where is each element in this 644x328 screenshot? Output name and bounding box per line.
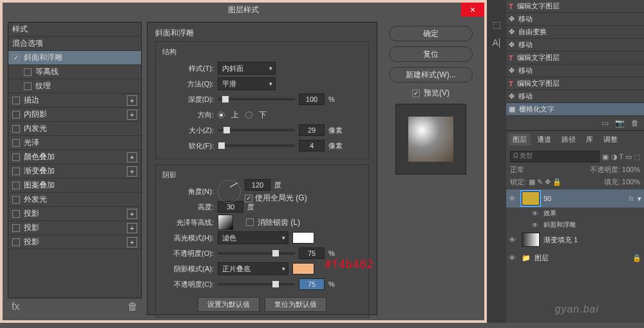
cancel-button[interactable]: 复位: [389, 46, 473, 62]
soften-input[interactable]: [299, 140, 325, 151]
gradient-overlay-item[interactable]: 渐变叠加+: [8, 164, 141, 178]
add-icon[interactable]: +: [127, 237, 137, 247]
new-style-button[interactable]: 新建样式(W)...: [389, 67, 473, 82]
pattern-overlay-item[interactable]: 图案叠加: [8, 178, 141, 193]
inner-shadow-item[interactable]: 内阴影+: [8, 108, 141, 122]
depth-slider[interactable]: [218, 98, 295, 101]
fx-label[interactable]: fx: [12, 301, 19, 313]
inner-glow-item[interactable]: 内发光: [8, 122, 141, 136]
highlight-opacity-slider[interactable]: [218, 252, 295, 255]
drop-shadow-checkbox[interactable]: [12, 210, 20, 218]
satin-item[interactable]: 光泽: [8, 136, 141, 150]
history-row[interactable]: T编辑文字图层: [506, 0, 644, 13]
stroke-item[interactable]: 描边+: [8, 93, 141, 108]
antialias-checkbox[interactable]: [246, 218, 254, 226]
history-row[interactable]: ✥移动: [506, 90, 644, 103]
outer-glow-checkbox[interactable]: [12, 196, 20, 204]
new-doc-icon[interactable]: ▭: [601, 119, 609, 128]
highlight-color-swatch[interactable]: [292, 232, 314, 244]
bevel-checkbox[interactable]: [12, 54, 20, 62]
opacity-label[interactable]: 不透明度: 100%: [590, 165, 640, 175]
fx-badge[interactable]: fx: [629, 195, 634, 202]
camera-icon[interactable]: 📷: [615, 119, 625, 128]
highlight-opacity-input[interactable]: [299, 247, 325, 259]
outer-glow-item[interactable]: 外发光: [8, 193, 141, 207]
gradient-overlay-checkbox[interactable]: [12, 168, 20, 175]
add-icon[interactable]: +: [127, 95, 137, 106]
texture-checkbox[interactable]: [24, 82, 32, 90]
global-light-checkbox[interactable]: [245, 195, 252, 202]
add-icon[interactable]: +: [127, 209, 137, 219]
contour-checkbox[interactable]: [24, 68, 32, 76]
lock-icons[interactable]: ▦ ✎ ✥ 🔒: [529, 178, 562, 186]
tab-channels[interactable]: 通道: [533, 133, 555, 146]
add-icon[interactable]: +: [127, 152, 137, 162]
layer-filter[interactable]: Ω 类型: [510, 151, 600, 162]
add-icon[interactable]: +: [127, 223, 137, 233]
history-row[interactable]: ✥移动: [506, 64, 644, 77]
add-icon[interactable]: +: [127, 110, 137, 120]
shadow-opacity-input[interactable]: [299, 278, 325, 290]
blend-options-item[interactable]: 混合选项: [8, 37, 141, 51]
depth-input[interactable]: [299, 93, 325, 105]
layer-group[interactable]: 👁📁图层🔒: [506, 249, 644, 267]
effects-label[interactable]: 👁效果: [506, 207, 644, 219]
gloss-contour-swatch[interactable]: [218, 215, 233, 230]
visibility-icon[interactable]: 👁: [509, 236, 518, 244]
drop-shadow-checkbox-3[interactable]: [12, 238, 20, 246]
bevel-item[interactable]: 斜面和浮雕: [8, 51, 141, 65]
drop-shadow-item-3[interactable]: 投影+: [8, 235, 141, 249]
shadow-mode-dropdown[interactable]: 正片叠底: [218, 262, 289, 275]
make-default-button[interactable]: 设置为默认值: [198, 297, 260, 312]
history-row[interactable]: T编辑文字图层: [506, 52, 644, 64]
close-button[interactable]: ×: [461, 3, 484, 17]
effect-bevel[interactable]: 👁斜面和浮雕: [506, 219, 644, 231]
ok-button[interactable]: 确定: [389, 26, 473, 41]
satin-checkbox[interactable]: [12, 139, 20, 147]
angle-picker[interactable]: [218, 180, 241, 203]
add-icon[interactable]: +: [127, 166, 137, 177]
technique-dropdown[interactable]: 平滑: [218, 77, 276, 90]
size-input[interactable]: [299, 124, 325, 136]
chevron-down-icon[interactable]: ▾: [638, 195, 641, 203]
history-row[interactable]: ✥移动: [506, 39, 644, 52]
layer-90[interactable]: 👁90fx▾: [506, 189, 644, 207]
pattern-overlay-checkbox[interactable]: [12, 182, 20, 189]
drop-shadow-item-2[interactable]: 投影+: [8, 221, 141, 235]
color-overlay-item[interactable]: 颜色叠加+: [8, 150, 141, 164]
color-overlay-checkbox[interactable]: [12, 153, 20, 161]
3d-icon[interactable]: ⬚: [493, 19, 501, 30]
preview-checkbox[interactable]: [412, 90, 420, 97]
drop-shadow-item[interactable]: 投影+: [8, 207, 141, 221]
direction-up-radio[interactable]: [218, 111, 225, 119]
history-row-selected[interactable]: ▦栅格化文字: [506, 103, 644, 116]
size-slider[interactable]: [218, 129, 295, 131]
tab-paths[interactable]: 路径: [558, 133, 580, 146]
inner-glow-checkbox[interactable]: [12, 125, 20, 133]
fill-label[interactable]: 填充: 100%: [604, 177, 640, 187]
layer-thumb[interactable]: [522, 191, 540, 206]
shadow-color-swatch[interactable]: [292, 263, 314, 275]
visibility-icon[interactable]: 👁: [509, 195, 518, 202]
visibility-icon[interactable]: 👁: [509, 254, 518, 262]
soften-slider[interactable]: [218, 144, 295, 147]
char-panel-icon[interactable]: A|: [493, 37, 501, 48]
trash-icon[interactable]: 🗑: [128, 301, 138, 313]
tab-layers[interactable]: 图层: [509, 133, 531, 146]
angle-input[interactable]: [245, 179, 270, 191]
trash-icon[interactable]: 🗑: [631, 119, 639, 128]
contour-item[interactable]: 等高线: [8, 65, 141, 79]
highlight-mode-dropdown[interactable]: 滤色: [218, 231, 289, 244]
history-row[interactable]: ✥移动: [506, 13, 644, 26]
style-dropdown[interactable]: 内斜面: [218, 62, 276, 75]
layer-gradient-fill[interactable]: 👁渐变填充 1: [506, 231, 644, 249]
layer-thumb[interactable]: [522, 233, 540, 247]
filter-icons[interactable]: ▣ ◑ T ▭ ⬚: [602, 153, 640, 161]
shadow-opacity-slider[interactable]: [218, 283, 295, 285]
blend-mode-dropdown[interactable]: 正常: [510, 165, 524, 175]
reset-default-button[interactable]: 复位为默认值: [265, 297, 327, 312]
texture-item[interactable]: 纹理: [8, 79, 141, 93]
tab-adjust[interactable]: 调整: [600, 133, 621, 146]
history-row[interactable]: T编辑文字图层: [506, 77, 644, 90]
drop-shadow-checkbox-2[interactable]: [12, 224, 20, 232]
